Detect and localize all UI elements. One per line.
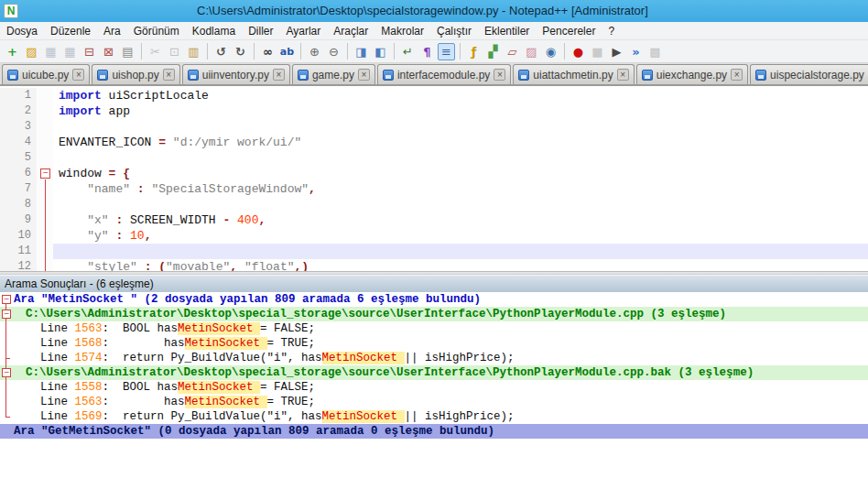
fold-line-stub: [5, 417, 10, 418]
close-tab-icon[interactable]: ×: [358, 69, 370, 81]
tab-game[interactable]: game.py ×: [292, 64, 375, 84]
menu-makrolar[interactable]: Makrolar: [374, 23, 430, 39]
find-icon[interactable]: ∞: [259, 43, 277, 60]
paste-icon[interactable]: ▥: [185, 43, 202, 60]
window-title: C:\Users\Administrator\Desktop\specialst…: [197, 4, 648, 17]
menu-pencereler[interactable]: Pencereler: [536, 23, 602, 39]
code-line: 4ENVANTER_ICON = "d:/ymir work/ui/": [0, 135, 868, 150]
saved-file-icon: [298, 70, 309, 81]
menu-gorunum[interactable]: Görünüm: [127, 23, 186, 39]
code-line: 2import app: [0, 103, 868, 119]
menu-duzenle[interactable]: Düzenle: [44, 23, 97, 39]
search-result-file[interactable]: C:\Users\Administrator\Desktop\special_s…: [0, 307, 868, 321]
menu-eklentiler[interactable]: Eklentiler: [478, 23, 536, 39]
tab-bar: uicube.py × uishop.py × uiinventory.py ×…: [0, 63, 868, 86]
save-icon[interactable]: ▦: [42, 43, 60, 60]
notepad-plus-plus-icon: N: [4, 4, 18, 18]
menu-calistir[interactable]: Çalıştır: [430, 23, 478, 39]
line-number: 10: [0, 228, 37, 244]
redo-icon[interactable]: ↻: [232, 43, 249, 60]
close-tab-icon[interactable]: ×: [163, 69, 175, 81]
copy-icon[interactable]: ⊡: [166, 43, 183, 60]
line-number: 3: [0, 119, 37, 135]
line-number: 7: [0, 181, 37, 197]
search-result-line[interactable]: Line 1563: hasMetinSocket = TRUE;: [0, 395, 868, 409]
close-tab-icon[interactable]: ×: [617, 69, 629, 81]
menu-help[interactable]: ?: [602, 23, 621, 39]
search-result-header-selected[interactable]: Ara "GetMetinSocket" (0 dosyada yapılan …: [0, 424, 868, 439]
document-map-icon[interactable]: ▞: [484, 43, 502, 60]
toolbar-separator: [564, 43, 565, 60]
search-result-file[interactable]: C:\Users\Administrator\Desktop\special_s…: [0, 365, 868, 380]
menu-ara[interactable]: Ara: [97, 23, 127, 39]
close-tab-icon[interactable]: ×: [731, 69, 743, 81]
tab-uiinventory[interactable]: uiinventory.py ×: [182, 64, 290, 84]
search-result-header[interactable]: Ara "MetinSocket " (2 dosyada yapılan 80…: [0, 292, 868, 307]
code-line: 9 "x" : SCREEN_WIDTH - 400,: [0, 212, 868, 228]
code-line: 5: [0, 150, 868, 166]
fold-line: [45, 179, 46, 271]
close-tab-icon[interactable]: ×: [273, 69, 285, 81]
fold-collapse-icon[interactable]: −: [2, 295, 11, 304]
cut-icon[interactable]: ✂: [146, 43, 164, 60]
code-line: 6window = {: [0, 166, 868, 181]
new-file-icon[interactable]: +: [4, 43, 21, 60]
close-all-documents-icon[interactable]: ⊠: [100, 43, 117, 60]
fold-collapse-icon[interactable]: −: [2, 368, 11, 377]
function-list-icon[interactable]: ƒ: [465, 43, 483, 60]
stop-recording-icon[interactable]: ■: [589, 43, 606, 60]
open-file-icon[interactable]: ▨: [23, 43, 40, 60]
code-editor[interactable]: 1import uiScriptLocale 2import app 3 4EN…: [0, 86, 868, 271]
menu-diller[interactable]: Diller: [242, 23, 279, 39]
tab-uiattachmetin[interactable]: uiattachmetin.py ×: [513, 64, 634, 84]
tab-uishop[interactable]: uishop.py ×: [92, 64, 179, 84]
fold-margin: [37, 119, 53, 135]
save-macro-icon[interactable]: ▩: [646, 43, 664, 60]
tab-label: uicube.py: [22, 69, 69, 81]
replace-icon[interactable]: ab: [278, 43, 296, 60]
playback-macro-icon[interactable]: ▶: [608, 43, 625, 60]
tab-uispecialstorage[interactable]: uispecialstorage.py ×: [750, 64, 868, 84]
word-wrap-icon[interactable]: ↵: [399, 43, 417, 60]
sync-horizontal-scroll-icon[interactable]: ◧: [372, 43, 389, 60]
search-result-line[interactable]: Line 1569: return Py_BuildValue("i", has…: [0, 409, 868, 424]
show-all-characters-icon[interactable]: ¶: [418, 43, 436, 60]
search-results-panel-header[interactable]: Arama Sonuçları - (6 eşleşme): [0, 275, 868, 292]
code-line: 3: [0, 119, 868, 135]
document-switcher-icon[interactable]: ▱: [504, 43, 521, 60]
saved-file-icon: [642, 70, 653, 81]
zoom-in-icon[interactable]: ⊕: [306, 43, 323, 60]
show-indent-guide-icon[interactable]: ≡: [438, 43, 455, 60]
code-line: 7 "name" : "SpecialStorageWindow",: [0, 181, 868, 197]
monitoring-icon[interactable]: ◉: [542, 43, 559, 60]
print-icon[interactable]: ▤: [119, 43, 136, 60]
fold-collapse-icon[interactable]: −: [2, 310, 11, 319]
close-document-icon[interactable]: ⊟: [81, 43, 98, 60]
tab-uicube[interactable]: uicube.py ×: [2, 64, 90, 84]
tab-label: interfacemodule.py: [397, 69, 490, 81]
search-result-line[interactable]: Line 1563: BOOL hasMetinSocket = FALSE;: [0, 321, 868, 336]
close-tab-icon[interactable]: ×: [72, 69, 84, 81]
fold-collapse-icon[interactable]: −: [40, 168, 50, 179]
line-number: 11: [0, 244, 37, 259]
menu-dosya[interactable]: Dosya: [0, 23, 44, 39]
tab-uiexchange[interactable]: uiexchange.py ×: [636, 64, 748, 84]
saved-file-icon: [755, 70, 766, 81]
zoom-out-icon[interactable]: ⊖: [325, 43, 342, 60]
menu-araclar[interactable]: Araçlar: [327, 23, 374, 39]
sync-vertical-scroll-icon[interactable]: ◨: [353, 43, 370, 60]
search-result-line[interactable]: Line 1568: hasMetinSocket = TRUE;: [0, 336, 868, 351]
undo-icon[interactable]: ↺: [212, 43, 230, 60]
folder-as-workspace-icon[interactable]: ▨: [523, 43, 540, 60]
close-tab-icon[interactable]: ×: [494, 69, 505, 81]
tab-interfacemodule[interactable]: interfacemodule.py ×: [377, 64, 511, 84]
search-result-line[interactable]: Line 1574: return Py_BuildValue("i", has…: [0, 351, 868, 365]
search-result-line[interactable]: Line 1558: BOOL hasMetinSocket = FALSE;: [0, 380, 868, 395]
menu-kodlama[interactable]: Kodlama: [186, 23, 242, 39]
menu-bar: Dosya Düzenle Ara Görünüm Kodlama Diller…: [0, 22, 868, 40]
menu-ayarlar[interactable]: Ayarlar: [279, 23, 327, 39]
search-results-title: Arama Sonuçları - (6 eşleşme): [5, 277, 154, 290]
save-all-icon[interactable]: ▦: [61, 43, 79, 60]
run-macro-multiple-icon[interactable]: »: [627, 43, 645, 60]
record-macro-icon[interactable]: ●: [570, 43, 587, 60]
